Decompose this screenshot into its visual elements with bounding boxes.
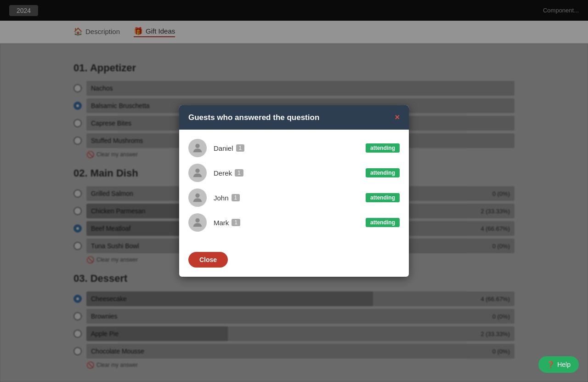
modal-title: Guests who answered the question [188, 113, 319, 122]
modal-footer: Close [179, 247, 409, 277]
count-badge-daniel: 1 [236, 144, 245, 152]
attending-badge-mark: attending [366, 218, 400, 227]
guest-row-john: John 1 attending [188, 188, 400, 207]
svg-point-2 [195, 194, 199, 198]
svg-point-3 [195, 218, 199, 222]
count-badge-derek: 1 [235, 169, 243, 177]
person-icon [191, 142, 204, 154]
avatar-derek [188, 164, 207, 182]
help-icon: ❓ [547, 361, 554, 368]
guest-row-mark: Mark 1 attending [188, 213, 400, 232]
count-badge-mark: 1 [232, 219, 240, 226]
guest-name-john: John 1 [214, 194, 359, 202]
guest-row-daniel: Daniel 1 attending [188, 139, 400, 157]
modal-dialog: Guests who answered the question × Danie… [179, 105, 409, 277]
attending-badge-john: attending [366, 193, 400, 202]
person-icon [191, 216, 204, 229]
modal-overlay: Guests who answered the question × Danie… [0, 0, 588, 382]
attending-badge-daniel: attending [366, 143, 400, 153]
attending-badge-derek: attending [366, 168, 400, 177]
svg-point-1 [195, 169, 199, 173]
guest-name-derek: Derek 1 [214, 169, 359, 177]
modal-close-button[interactable]: × [395, 113, 400, 122]
help-button[interactable]: ❓ Help [538, 356, 579, 373]
modal-body: Daniel 1 attending Derek 1 attending [179, 130, 409, 247]
guest-row-derek: Derek 1 attending [188, 164, 400, 182]
help-label: Help [557, 361, 571, 368]
avatar-john [188, 188, 207, 207]
guest-name-daniel: Daniel 1 [214, 144, 359, 152]
avatar-mark [188, 213, 207, 232]
modal-close-btn[interactable]: Close [188, 252, 228, 268]
person-icon [191, 166, 204, 179]
count-badge-john: 1 [232, 194, 240, 201]
avatar-daniel [188, 139, 207, 157]
guest-name-mark: Mark 1 [214, 219, 359, 227]
person-icon [191, 191, 204, 204]
svg-point-0 [195, 144, 199, 148]
modal-header: Guests who answered the question × [179, 105, 409, 130]
